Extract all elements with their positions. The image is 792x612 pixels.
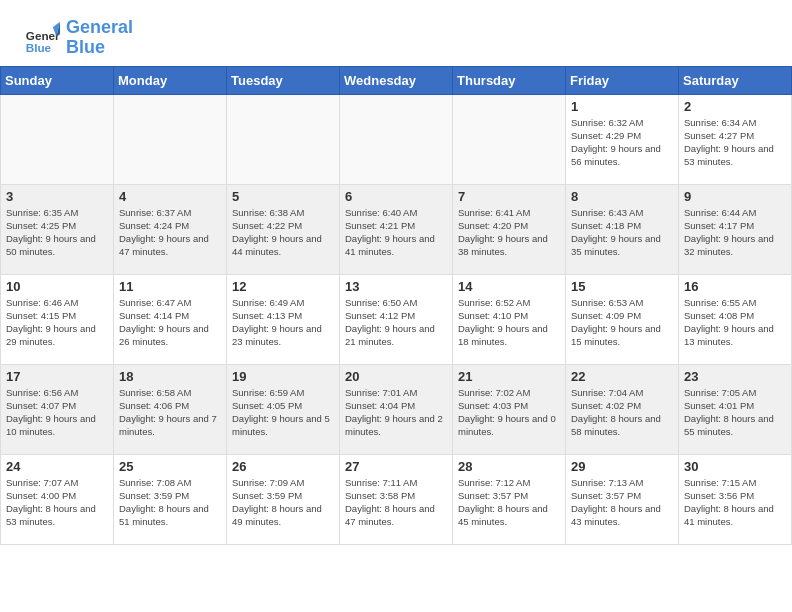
day-info: Sunrise: 7:04 AM Sunset: 4:02 PM Dayligh… — [571, 386, 673, 439]
day-info: Sunrise: 6:41 AM Sunset: 4:20 PM Dayligh… — [458, 206, 560, 259]
day-info: Sunrise: 7:12 AM Sunset: 3:57 PM Dayligh… — [458, 476, 560, 529]
calendar-cell: 10Sunrise: 6:46 AM Sunset: 4:15 PM Dayli… — [1, 274, 114, 364]
day-info: Sunrise: 7:01 AM Sunset: 4:04 PM Dayligh… — [345, 386, 447, 439]
day-number: 5 — [232, 189, 334, 204]
calendar-cell: 7Sunrise: 6:41 AM Sunset: 4:20 PM Daylig… — [453, 184, 566, 274]
day-info: Sunrise: 6:34 AM Sunset: 4:27 PM Dayligh… — [684, 116, 786, 169]
calendar-cell: 6Sunrise: 6:40 AM Sunset: 4:21 PM Daylig… — [340, 184, 453, 274]
day-number: 22 — [571, 369, 673, 384]
day-info: Sunrise: 6:55 AM Sunset: 4:08 PM Dayligh… — [684, 296, 786, 349]
day-info: Sunrise: 7:15 AM Sunset: 3:56 PM Dayligh… — [684, 476, 786, 529]
day-header-thursday: Thursday — [453, 66, 566, 94]
day-number: 11 — [119, 279, 221, 294]
calendar-cell: 4Sunrise: 6:37 AM Sunset: 4:24 PM Daylig… — [114, 184, 227, 274]
calendar-cell: 21Sunrise: 7:02 AM Sunset: 4:03 PM Dayli… — [453, 364, 566, 454]
day-info: Sunrise: 6:50 AM Sunset: 4:12 PM Dayligh… — [345, 296, 447, 349]
day-header-sunday: Sunday — [1, 66, 114, 94]
day-number: 12 — [232, 279, 334, 294]
day-info: Sunrise: 7:13 AM Sunset: 3:57 PM Dayligh… — [571, 476, 673, 529]
logo-name: GeneralBlue — [66, 18, 133, 58]
day-header-wednesday: Wednesday — [340, 66, 453, 94]
calendar-cell: 27Sunrise: 7:11 AM Sunset: 3:58 PM Dayli… — [340, 454, 453, 544]
calendar-header-row: SundayMondayTuesdayWednesdayThursdayFrid… — [1, 66, 792, 94]
day-number: 16 — [684, 279, 786, 294]
calendar-cell — [340, 94, 453, 184]
calendar-cell: 16Sunrise: 6:55 AM Sunset: 4:08 PM Dayli… — [679, 274, 792, 364]
day-info: Sunrise: 7:09 AM Sunset: 3:59 PM Dayligh… — [232, 476, 334, 529]
day-info: Sunrise: 7:02 AM Sunset: 4:03 PM Dayligh… — [458, 386, 560, 439]
calendar-cell: 15Sunrise: 6:53 AM Sunset: 4:09 PM Dayli… — [566, 274, 679, 364]
calendar-cell: 29Sunrise: 7:13 AM Sunset: 3:57 PM Dayli… — [566, 454, 679, 544]
day-number: 1 — [571, 99, 673, 114]
day-number: 15 — [571, 279, 673, 294]
calendar-cell: 5Sunrise: 6:38 AM Sunset: 4:22 PM Daylig… — [227, 184, 340, 274]
calendar-cell: 30Sunrise: 7:15 AM Sunset: 3:56 PM Dayli… — [679, 454, 792, 544]
day-info: Sunrise: 6:58 AM Sunset: 4:06 PM Dayligh… — [119, 386, 221, 439]
day-number: 24 — [6, 459, 108, 474]
day-number: 3 — [6, 189, 108, 204]
day-number: 10 — [6, 279, 108, 294]
day-info: Sunrise: 6:47 AM Sunset: 4:14 PM Dayligh… — [119, 296, 221, 349]
day-info: Sunrise: 7:08 AM Sunset: 3:59 PM Dayligh… — [119, 476, 221, 529]
day-number: 4 — [119, 189, 221, 204]
calendar-table: SundayMondayTuesdayWednesdayThursdayFrid… — [0, 66, 792, 545]
day-info: Sunrise: 7:05 AM Sunset: 4:01 PM Dayligh… — [684, 386, 786, 439]
day-info: Sunrise: 7:11 AM Sunset: 3:58 PM Dayligh… — [345, 476, 447, 529]
calendar-cell: 22Sunrise: 7:04 AM Sunset: 4:02 PM Dayli… — [566, 364, 679, 454]
calendar-cell: 23Sunrise: 7:05 AM Sunset: 4:01 PM Dayli… — [679, 364, 792, 454]
day-header-tuesday: Tuesday — [227, 66, 340, 94]
calendar-cell: 24Sunrise: 7:07 AM Sunset: 4:00 PM Dayli… — [1, 454, 114, 544]
day-number: 21 — [458, 369, 560, 384]
day-info: Sunrise: 6:56 AM Sunset: 4:07 PM Dayligh… — [6, 386, 108, 439]
day-header-monday: Monday — [114, 66, 227, 94]
day-info: Sunrise: 6:35 AM Sunset: 4:25 PM Dayligh… — [6, 206, 108, 259]
day-number: 30 — [684, 459, 786, 474]
day-info: Sunrise: 6:52 AM Sunset: 4:10 PM Dayligh… — [458, 296, 560, 349]
calendar-cell: 14Sunrise: 6:52 AM Sunset: 4:10 PM Dayli… — [453, 274, 566, 364]
calendar-week-5: 24Sunrise: 7:07 AM Sunset: 4:00 PM Dayli… — [1, 454, 792, 544]
day-number: 23 — [684, 369, 786, 384]
day-number: 29 — [571, 459, 673, 474]
calendar-cell: 3Sunrise: 6:35 AM Sunset: 4:25 PM Daylig… — [1, 184, 114, 274]
logo-icon: General Blue — [24, 20, 60, 56]
calendar-cell: 9Sunrise: 6:44 AM Sunset: 4:17 PM Daylig… — [679, 184, 792, 274]
day-info: Sunrise: 6:37 AM Sunset: 4:24 PM Dayligh… — [119, 206, 221, 259]
calendar-week-2: 3Sunrise: 6:35 AM Sunset: 4:25 PM Daylig… — [1, 184, 792, 274]
calendar-cell: 11Sunrise: 6:47 AM Sunset: 4:14 PM Dayli… — [114, 274, 227, 364]
calendar-cell: 2Sunrise: 6:34 AM Sunset: 4:27 PM Daylig… — [679, 94, 792, 184]
day-number: 26 — [232, 459, 334, 474]
day-number: 6 — [345, 189, 447, 204]
calendar-cell: 13Sunrise: 6:50 AM Sunset: 4:12 PM Dayli… — [340, 274, 453, 364]
day-info: Sunrise: 6:59 AM Sunset: 4:05 PM Dayligh… — [232, 386, 334, 439]
day-number: 25 — [119, 459, 221, 474]
day-info: Sunrise: 6:53 AM Sunset: 4:09 PM Dayligh… — [571, 296, 673, 349]
day-info: Sunrise: 6:43 AM Sunset: 4:18 PM Dayligh… — [571, 206, 673, 259]
calendar-cell — [227, 94, 340, 184]
day-number: 27 — [345, 459, 447, 474]
day-number: 2 — [684, 99, 786, 114]
day-info: Sunrise: 6:46 AM Sunset: 4:15 PM Dayligh… — [6, 296, 108, 349]
day-info: Sunrise: 7:07 AM Sunset: 4:00 PM Dayligh… — [6, 476, 108, 529]
day-info: Sunrise: 6:44 AM Sunset: 4:17 PM Dayligh… — [684, 206, 786, 259]
calendar-week-4: 17Sunrise: 6:56 AM Sunset: 4:07 PM Dayli… — [1, 364, 792, 454]
logo: General Blue GeneralBlue — [24, 18, 133, 58]
day-number: 19 — [232, 369, 334, 384]
day-number: 17 — [6, 369, 108, 384]
day-info: Sunrise: 6:40 AM Sunset: 4:21 PM Dayligh… — [345, 206, 447, 259]
page-header: General Blue GeneralBlue — [0, 0, 792, 66]
calendar-cell: 20Sunrise: 7:01 AM Sunset: 4:04 PM Dayli… — [340, 364, 453, 454]
day-info: Sunrise: 6:32 AM Sunset: 4:29 PM Dayligh… — [571, 116, 673, 169]
day-number: 20 — [345, 369, 447, 384]
day-number: 28 — [458, 459, 560, 474]
calendar-cell: 26Sunrise: 7:09 AM Sunset: 3:59 PM Dayli… — [227, 454, 340, 544]
svg-text:Blue: Blue — [26, 40, 52, 53]
day-number: 18 — [119, 369, 221, 384]
day-info: Sunrise: 6:49 AM Sunset: 4:13 PM Dayligh… — [232, 296, 334, 349]
day-number: 8 — [571, 189, 673, 204]
day-number: 9 — [684, 189, 786, 204]
calendar-cell: 19Sunrise: 6:59 AM Sunset: 4:05 PM Dayli… — [227, 364, 340, 454]
calendar-week-3: 10Sunrise: 6:46 AM Sunset: 4:15 PM Dayli… — [1, 274, 792, 364]
calendar-cell — [1, 94, 114, 184]
calendar-cell — [114, 94, 227, 184]
calendar-cell: 17Sunrise: 6:56 AM Sunset: 4:07 PM Dayli… — [1, 364, 114, 454]
